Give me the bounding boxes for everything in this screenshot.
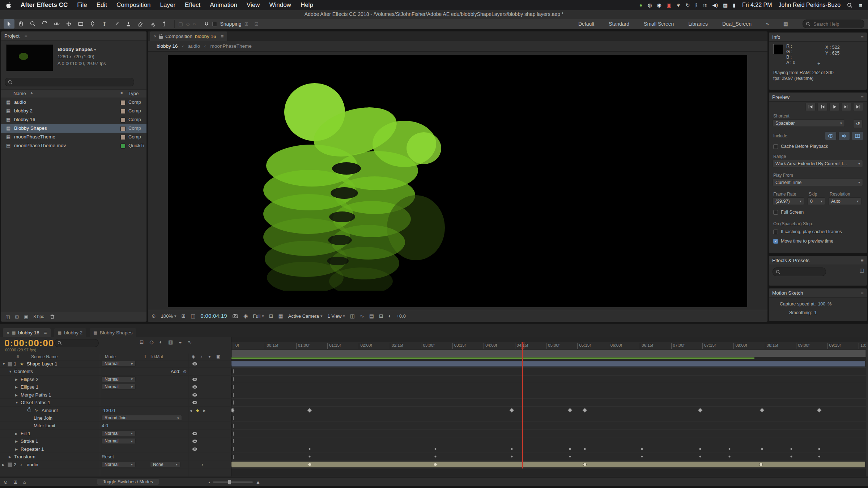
track-row[interactable] (231, 407, 868, 414)
keyframe[interactable] (435, 448, 437, 450)
column-mode[interactable]: Mode (105, 354, 116, 359)
effects-panel-title[interactable]: Effects & Presets (772, 258, 809, 263)
layer-row-merge-paths-1[interactable]: ▶Merge Paths 1 (0, 391, 231, 399)
apple-menu-icon[interactable] (6, 2, 11, 8)
label-color-chip[interactable] (120, 100, 125, 105)
reset-exposure-icon[interactable]: ◐ (388, 313, 391, 319)
keyframe[interactable] (699, 448, 701, 450)
range-dropdown[interactable]: Work Area Extended By Current T... (773, 160, 863, 167)
workspace-menu-icon[interactable]: ▦ (783, 21, 788, 27)
interpret-footage-icon[interactable]: ◫ (5, 314, 10, 320)
snapping-checkbox[interactable] (212, 22, 217, 26)
layer-row-transform[interactable]: ▶TransformReset (0, 453, 231, 461)
type-tool[interactable]: T (99, 19, 110, 29)
keyframe[interactable] (308, 463, 311, 466)
audio-layer-duration-bar[interactable] (231, 462, 865, 467)
timeline-search[interactable] (54, 339, 99, 347)
keyframe[interactable] (569, 456, 571, 458)
track-row[interactable] (231, 360, 868, 368)
hand-tool[interactable] (16, 19, 26, 29)
frame-blending-icon[interactable]: ▥ (168, 339, 173, 345)
play-cached-frames-checkbox[interactable]: If caching, play cached frames (773, 229, 842, 234)
layer-row-line-join[interactable]: Line JoinRound Join (0, 414, 231, 422)
video-eye-toggle[interactable] (192, 378, 197, 381)
effects-search[interactable] (773, 267, 826, 276)
track-matte-dropdown[interactable]: None (150, 462, 180, 467)
camera-tool[interactable] (51, 19, 62, 29)
layer-row-stroke-1[interactable]: ▶Stroke 1Normal (0, 437, 231, 445)
keyframe[interactable] (699, 456, 701, 458)
color-depth-indicator[interactable]: 8 bpc (34, 314, 44, 319)
delete-item-button[interactable] (49, 314, 55, 320)
view-axis-button[interactable]: ○ (193, 21, 196, 27)
column-trkmat[interactable]: TrkMat (150, 354, 163, 359)
workspace-dual-screen[interactable]: Dual_Screen (722, 21, 752, 27)
twirl-arrow[interactable]: ▼ (15, 401, 18, 404)
blend-mode-dropdown[interactable]: Normal (102, 376, 136, 382)
bluetooth-icon[interactable]: ᛒ (695, 2, 698, 8)
draft-3d-icon[interactable]: ◇ (150, 339, 154, 345)
keyframe-toggle[interactable]: ◆ (196, 408, 199, 413)
zoom-in-mountain-icon[interactable]: ▲ (256, 479, 260, 485)
keyframe[interactable] (583, 408, 587, 412)
mask-visibility-icon[interactable]: ◫ (191, 313, 195, 319)
blend-mode-dropdown[interactable]: Normal (102, 462, 136, 467)
snap-edges-icon[interactable]: ⊞ (244, 21, 249, 27)
next-keyframe-button[interactable]: ▶ (203, 409, 206, 412)
layer-row-fill-1[interactable]: ▶Fill 1Normal (0, 430, 231, 437)
workspace-default[interactable]: Default (578, 21, 594, 27)
timeline-tab-blobby-shapes[interactable]: ▦ Blobby Shapes (90, 328, 136, 337)
timeline-zoom-slider[interactable] (213, 481, 253, 483)
track-row[interactable] (231, 422, 868, 429)
show-channel-icon[interactable]: ◉ (243, 313, 248, 319)
reset-link[interactable]: Reset (102, 454, 114, 459)
go-to-end-button[interactable] (853, 103, 863, 111)
layer-row-amount[interactable]: ∿Amount-130.0◀◆▶ (0, 407, 231, 414)
blend-mode-dropdown[interactable]: Normal (102, 438, 136, 444)
layer-row-offset-paths-1[interactable]: ▼Offset Paths 1 (0, 399, 231, 406)
track-row[interactable] (231, 414, 868, 422)
menubar-user[interactable]: John Reid Perkins-Buzo (779, 2, 841, 8)
label-color-chip[interactable] (120, 117, 125, 123)
keyframe[interactable] (569, 448, 571, 450)
keyframe[interactable] (641, 456, 643, 458)
workspace-standard[interactable]: Standard (609, 21, 629, 27)
graph-editor-icon[interactable]: ∿ (188, 339, 192, 345)
twirl-arrow[interactable]: ▶ (9, 455, 11, 459)
composition-viewport[interactable] (168, 55, 747, 307)
workspace-overflow-icon[interactable]: » (766, 21, 769, 27)
track-row[interactable] (231, 391, 868, 399)
breadcrumb-blobby-16[interactable]: blobby 16 (157, 43, 178, 49)
menu-composition[interactable]: Composition (116, 1, 151, 9)
blend-mode-dropdown[interactable]: Normal (102, 431, 136, 436)
grid-and-guides-icon[interactable]: ⊞ (182, 313, 186, 319)
keyframe[interactable] (568, 408, 573, 412)
effects-search-input[interactable] (783, 269, 817, 275)
keyframe[interactable] (641, 448, 643, 450)
always-preview-toggle-icon[interactable]: ⊙ (152, 313, 156, 319)
keyframe[interactable] (309, 456, 311, 458)
exposure-value[interactable]: +0.0 (396, 313, 406, 319)
project-item-blobby-shapes[interactable]: ▦ Blobby Shapes Comp (1, 124, 146, 133)
keyframe[interactable] (729, 456, 731, 458)
menu-layer[interactable]: Layer (160, 1, 176, 9)
track-row[interactable] (231, 368, 868, 375)
menu-file[interactable]: File (77, 1, 87, 9)
expand-av-features-icon[interactable]: ⊙ (4, 479, 8, 485)
timeline-ruler[interactable]: 0f00:15f01:00f01:15f02:00f02:15f03:00f03… (231, 342, 868, 350)
track-row[interactable] (231, 461, 868, 468)
snap-features-icon[interactable]: ⊡ (254, 21, 259, 27)
shortcut-dropdown[interactable]: Spacebar (773, 119, 845, 127)
comp-flowchart-icon[interactable]: ⊟ (379, 313, 383, 319)
graph-icon[interactable]: ∿ (34, 408, 38, 413)
notification-center-icon[interactable]: ≡ (859, 2, 862, 8)
column-source-name[interactable]: Source Name (31, 354, 58, 359)
video-eye-toggle[interactable] (192, 448, 197, 451)
timeline-button-icon[interactable]: ▤ (369, 313, 374, 319)
hide-shy-layers-icon[interactable]: ◐ (159, 339, 162, 345)
snapshot-icon[interactable] (232, 313, 238, 319)
panel-menu-icon[interactable] (861, 290, 864, 296)
keyframe[interactable] (307, 408, 312, 412)
property-value[interactable]: -130.0 (102, 408, 115, 413)
selection-tool[interactable] (4, 19, 14, 29)
